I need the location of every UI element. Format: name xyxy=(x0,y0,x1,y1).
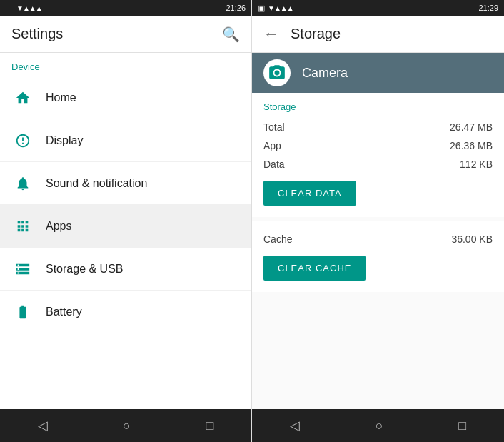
sound-label: Sound & notification xyxy=(46,177,147,190)
app-value: 26.36 MB xyxy=(450,140,493,151)
sound-icon xyxy=(11,176,34,191)
signal-icons-right: ▼▲▲▲ xyxy=(268,4,293,12)
cache-row: Cache 36.00 KB xyxy=(263,230,493,248)
home-icon xyxy=(11,90,34,106)
back-button-left[interactable]: ◁ xyxy=(24,412,62,439)
camera-app-header: Camera xyxy=(252,53,504,93)
storage-panel: ▣ ▼▲▲▲ 21:29 ← Storage Camera Storage To… xyxy=(252,0,504,442)
sidebar-item-home[interactable]: Home xyxy=(0,76,251,119)
cache-section: Cache 36.00 KB CLEAR CACHE xyxy=(252,221,504,296)
home-button-left[interactable]: ○ xyxy=(109,413,145,439)
recents-button-left[interactable]: □ xyxy=(191,413,228,439)
recents-button-right[interactable]: □ xyxy=(444,413,480,439)
notification-icon: — xyxy=(6,4,14,12)
data-label: Data xyxy=(263,159,285,170)
sidebar-item-battery[interactable]: Battery xyxy=(0,291,251,333)
back-button-right[interactable]: ◁ xyxy=(276,412,314,439)
nav-bar-left: ◁ ○ □ xyxy=(0,409,251,442)
data-row: Data 112 KB xyxy=(263,155,493,174)
app-row: App 26.36 MB xyxy=(263,136,493,155)
sidebar-item-sound[interactable]: Sound & notification xyxy=(0,162,251,205)
storage-section-label: Storage xyxy=(263,101,493,112)
storage-app-bar: ← Storage xyxy=(252,16,504,53)
home-button-right[interactable]: ○ xyxy=(361,413,398,439)
cache-value: 36.00 KB xyxy=(451,233,493,245)
device-section-label: Device xyxy=(0,53,251,76)
clear-data-button[interactable]: CLEAR DATA xyxy=(263,181,356,206)
cache-label: Cache xyxy=(263,233,292,245)
sidebar-item-storage[interactable]: Storage & USB xyxy=(0,248,251,291)
apps-label: Apps xyxy=(46,220,71,233)
total-row: Total 26.47 MB xyxy=(263,118,493,136)
storage-icon xyxy=(11,261,34,277)
storage-usb-label: Storage & USB xyxy=(46,263,124,276)
clear-cache-button[interactable]: CLEAR CACHE xyxy=(263,256,366,281)
nav-bar-right: ◁ ○ □ xyxy=(252,409,504,442)
battery-label: Battery xyxy=(46,306,82,318)
time-right: 21:29 xyxy=(478,4,498,12)
status-bar-right: ▣ ▼▲▲▲ 21:29 xyxy=(252,0,504,16)
display-label: Display xyxy=(46,134,83,147)
data-value: 112 KB xyxy=(460,159,493,170)
notification-icon-right: ▣ xyxy=(258,4,265,13)
status-bar-left: — ▼▲▲▲ 21:26 xyxy=(0,0,251,16)
battery-icon xyxy=(11,304,34,320)
signal-icons: ▼▲▲▲ xyxy=(16,4,42,12)
back-button-storage[interactable]: ← xyxy=(263,25,279,44)
camera-app-icon xyxy=(263,59,291,86)
settings-panel: — ▼▲▲▲ 21:26 Settings 🔍 Device Home Disp… xyxy=(0,0,252,442)
total-label: Total xyxy=(263,121,285,133)
storage-content: Storage Total 26.47 MB App 26.36 MB Data… xyxy=(252,93,504,409)
settings-list: Device Home Display Sound & notification… xyxy=(0,53,251,409)
sidebar-item-display[interactable]: Display xyxy=(0,119,251,162)
display-icon xyxy=(11,133,34,149)
camera-app-name: Camera xyxy=(302,66,348,81)
sidebar-item-apps[interactable]: Apps xyxy=(0,205,251,248)
settings-app-bar: Settings 🔍 xyxy=(0,16,251,53)
storage-title: Storage xyxy=(291,26,341,42)
search-icon[interactable]: 🔍 xyxy=(222,26,240,43)
settings-title: Settings xyxy=(11,26,222,42)
apps-icon xyxy=(11,219,34,234)
total-value: 26.47 MB xyxy=(450,121,493,133)
time-left: 21:26 xyxy=(226,4,246,12)
home-label: Home xyxy=(46,91,76,104)
storage-info-section: Storage Total 26.47 MB App 26.36 MB Data… xyxy=(252,93,504,221)
app-label: App xyxy=(263,140,281,151)
